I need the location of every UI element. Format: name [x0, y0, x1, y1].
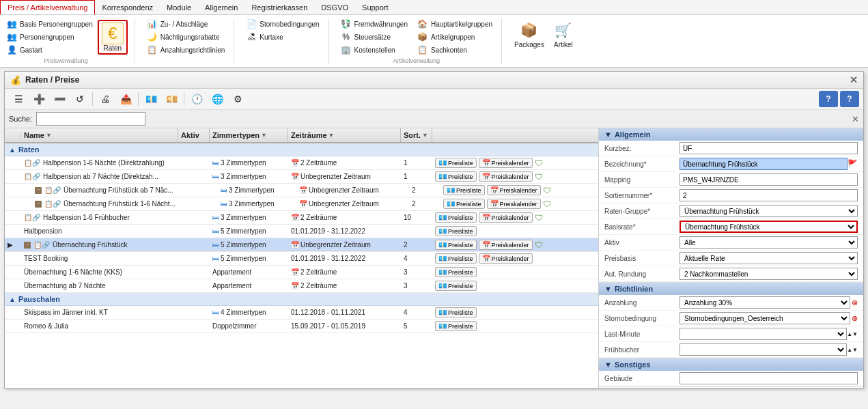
ribbon-btn-fremd[interactable]: 💱 Fremdwährungen	[339, 18, 410, 30]
ribbon-btn-kosten[interactable]: 🏢 Kostenstellen	[339, 44, 410, 56]
row-icons-r1[interactable]: 📋🔗	[24, 159, 40, 167]
input-mapping[interactable]	[680, 173, 858, 186]
preisliste-btn-r3[interactable]: 💶Preisliste	[443, 185, 485, 195]
row-icons-r4[interactable]: 📋🔗	[44, 200, 61, 208]
table-row[interactable]: Skispass im Jänner inkl. KT 🛏 4 Zimmerty…	[5, 306, 598, 320]
ribbon-btn-storno[interactable]: 📄 Stornobedingungen	[244, 18, 321, 30]
preisliste-btn-r6[interactable]: 💶Preisliste	[435, 226, 477, 236]
toolbar-money2-button[interactable]: 💴	[162, 91, 181, 107]
toolbar-list-button[interactable]: ☰	[9, 91, 28, 107]
table-row[interactable]: Übernachtung ab 7 Nächte Appartement 📅 2…	[5, 279, 598, 293]
ribbon-btn-artikelgr[interactable]: 📦 Artikelgruppen	[415, 31, 494, 43]
toolbar-settings-button[interactable]: ⚙	[228, 91, 247, 107]
toolbar-print-button[interactable]: 🖨	[96, 91, 115, 107]
menu-item-korr[interactable]: Korrespondenz	[95, 0, 160, 14]
select-anzahlung[interactable]: Anzahlung 30%	[680, 296, 850, 309]
help-button-1[interactable]: ?	[819, 91, 838, 107]
menu-item-reg[interactable]: Registrierkassen	[244, 0, 314, 14]
ribbon-btn-nach[interactable]: 🌙 Nächtigungsrabatte	[145, 31, 227, 43]
ribbon-btn-zu[interactable]: 📊 Zu- / Abschläge	[145, 18, 227, 30]
input-gebaeude[interactable]	[680, 372, 858, 384]
ribbon-btn-anz[interactable]: 📋 Anzahlungsrichtlinien	[145, 44, 227, 56]
row-icons-r5[interactable]: 📋🔗	[24, 214, 40, 221]
toolbar-globe-button[interactable]: 🌐	[208, 91, 227, 107]
preisliste-btn-r7[interactable]: 💶Preisliste	[435, 240, 477, 250]
preisliste-btn-r4[interactable]: 💶Preisliste	[443, 199, 485, 209]
kalender-btn-r1[interactable]: 📅Preiskalender	[479, 158, 533, 168]
preisliste-btn-r1[interactable]: 💶Preisliste	[435, 158, 477, 168]
kalender-btn-r5[interactable]: 📅Preiskalender	[479, 212, 533, 223]
select-stornobedingung[interactable]: Stornobedingungen_Oesterreich	[680, 312, 850, 324]
th-zeit[interactable]: Zeiträume ▼	[288, 128, 401, 142]
select-last-minute[interactable]	[680, 328, 847, 340]
preisliste-btn-r8[interactable]: 💶Preisliste	[435, 253, 477, 264]
ribbon-btn-haupt[interactable]: 🏠 Hauptartikelgruppen	[415, 18, 494, 30]
ribbon-btn-kurtaxe[interactable]: 🏖 Kurtaxe	[244, 31, 321, 43]
ribbon-btn-sach[interactable]: 📋 Sachkonten	[415, 44, 494, 56]
select-aut-rundung[interactable]: 2 Nachkommastellen	[680, 268, 858, 280]
menu-item-module[interactable]: Module	[160, 0, 198, 14]
table-row[interactable]: ▶ → 📋🔗 Übernachtung Frühstück 🛏 5 Zimmer…	[5, 238, 598, 252]
toolbar-export-button[interactable]: 📤	[116, 91, 135, 107]
ribbon-btn-basis[interactable]: 👥 Basis Personengruppen	[4, 18, 95, 30]
select-basisrate[interactable]: Übernachtung Frühstück	[680, 221, 858, 233]
spinner-fruhbucher[interactable]: ▲▼	[847, 347, 858, 353]
select-aktiv[interactable]: Alle	[680, 236, 858, 249]
table-row[interactable]: TEST Booking 🛏 5 Zimmertypen 01.01.2019 …	[5, 252, 598, 266]
ribbon-btn-personen[interactable]: 👥 Personengruppen	[4, 31, 95, 43]
select-preisbasis[interactable]: Aktuelle Rate	[680, 252, 858, 264]
ribbon-btn-gastart[interactable]: 👤 Gastart	[4, 44, 95, 56]
group-header-pauschalen[interactable]: ▲ Pauschalen	[5, 293, 598, 306]
menu-item-dsgvo[interactable]: DSGVO	[314, 0, 355, 14]
table-row[interactable]: Übernachtung 1-6 Nächte (KKS) Appartemen…	[5, 266, 598, 279]
table-row[interactable]: → 📋🔗 Übernachtung Frühstück 1-6 Nächt...…	[5, 197, 598, 211]
table-row[interactable]: Romeo & Julia Doppelzimmer 15.09.2017 - …	[5, 320, 598, 333]
select-fruhbucher[interactable]	[680, 343, 847, 356]
toolbar-refresh-button[interactable]: ↺	[70, 91, 89, 107]
row-icons-r2[interactable]: 📋🔗	[24, 173, 40, 180]
help-button-2[interactable]: ?	[840, 91, 859, 107]
table-row[interactable]: → 📋🔗 Übernachtung Frühstück ab 7 Näc... …	[5, 184, 598, 197]
menu-item-preis[interactable]: Preis / Artikelverwaltung	[0, 0, 95, 14]
search-input[interactable]	[36, 112, 145, 126]
preisliste-btn-p1[interactable]: 💶Preisliste	[435, 307, 477, 318]
table-row[interactable]: 📋🔗 Halbpension 1-6 Nächte (Direktzahlung…	[5, 156, 598, 170]
search-clear-button[interactable]: ✕	[852, 114, 859, 124]
table-row[interactable]: Halbpension 🛏 5 Zimmertypen 01.01.2019 -…	[5, 225, 598, 238]
kalender-btn-r2[interactable]: 📅Preiskalender	[479, 171, 533, 182]
preisliste-btn-r2[interactable]: 💶Preisliste	[435, 171, 477, 182]
th-aktiv[interactable]: Aktiv	[178, 128, 210, 142]
group-header-raten[interactable]: ▲ Raten	[5, 143, 598, 156]
preisliste-btn-r10[interactable]: 💶Preisliste	[435, 281, 477, 291]
ribbon-btn-steuer[interactable]: % Steuersätze	[339, 31, 410, 43]
toolbar-money1-button[interactable]: 💶	[141, 91, 160, 107]
kalender-btn-r3[interactable]: 📅Preiskalender	[487, 185, 541, 195]
row-icons-r3[interactable]: 📋🔗	[44, 186, 61, 194]
row-icons-r7[interactable]: 📋🔗	[33, 241, 50, 249]
input-bezeichnung[interactable]	[680, 158, 848, 170]
preisliste-btn-p2[interactable]: 💶Preisliste	[435, 321, 477, 331]
ribbon-btn-packages[interactable]: 📦 Packages	[512, 18, 547, 50]
toolbar-clock-button[interactable]: 🕐	[187, 91, 206, 107]
menu-item-support[interactable]: Support	[355, 0, 395, 14]
ribbon-btn-raten[interactable]: € Raten	[98, 20, 128, 55]
table-row[interactable]: 📋🔗 Halbpension ab 7 Nächte (Direktzah...…	[5, 170, 598, 184]
th-name[interactable]: Name ▼	[21, 128, 178, 142]
kalender-btn-r8[interactable]: 📅Preiskalender	[479, 253, 533, 264]
th-zimmer[interactable]: Zimmertypen ▼	[210, 128, 288, 142]
kalender-btn-r4[interactable]: 📅Preiskalender	[487, 199, 541, 209]
toolbar-delete-button[interactable]: ➖	[50, 91, 69, 107]
select-ratengruppe[interactable]: Übernachtung Frühstück	[680, 205, 858, 217]
table-row[interactable]: 📋🔗 Halbpension 1-6 Frühbucher 🛏 3 Zimmer…	[5, 211, 598, 225]
input-kurzbez[interactable]	[680, 142, 858, 154]
menu-item-allg[interactable]: Allgemein	[198, 0, 244, 14]
preisliste-btn-r5[interactable]: 💶Preisliste	[435, 212, 477, 223]
ribbon-btn-artikel[interactable]: 🛒 Artikel	[550, 18, 577, 50]
toolbar-new-button[interactable]: ➕	[29, 91, 48, 107]
th-sort[interactable]: Sort. ▼	[401, 128, 432, 142]
preisliste-btn-r9[interactable]: 💶Preisliste	[435, 267, 477, 277]
input-sortiernummer[interactable]	[680, 189, 858, 201]
window-close-button[interactable]: ✕	[850, 74, 858, 85]
kalender-btn-r7[interactable]: 📅Preiskalender	[479, 240, 533, 250]
spinner-last-minute[interactable]: ▲▼	[847, 331, 858, 337]
